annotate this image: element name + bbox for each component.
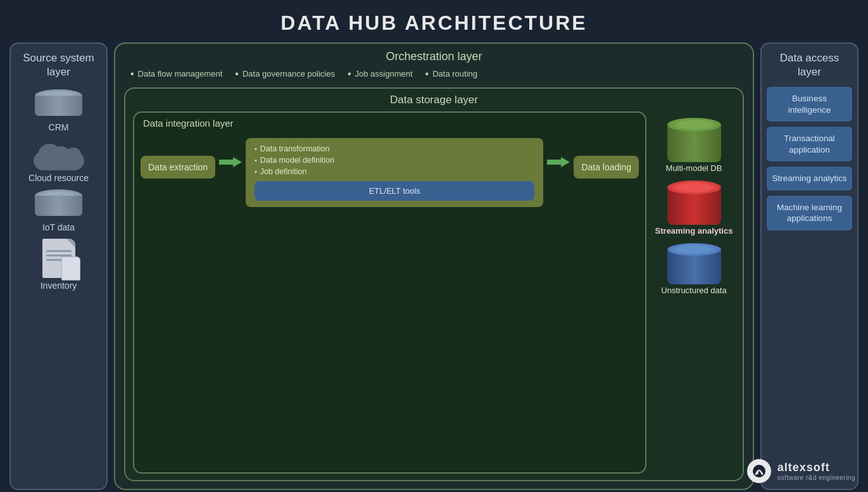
source-label: Inventory <box>41 281 77 291</box>
list-item: Inventory <box>41 239 77 291</box>
integration-item: • Data model definition <box>255 156 534 165</box>
data-extraction-box: Data extraction <box>141 156 215 179</box>
orch-item: • Data routing <box>425 68 477 81</box>
integration-layer: Data integration layer Data extraction <box>133 111 646 474</box>
integration-item: • Job definition <box>255 167 534 176</box>
loading-arrow <box>547 156 570 168</box>
db-label-red: Streaming analytics <box>655 226 733 236</box>
etl-box: ETL/ELT tools <box>255 181 534 201</box>
brand-name: altexsoft <box>777 461 855 474</box>
extraction-arrow <box>219 156 242 168</box>
integration-items-box: • Data transformation • Data model defin… <box>246 138 543 207</box>
orch-item: • Job assignment <box>348 68 413 81</box>
db-label: Unstructured data <box>661 286 726 295</box>
list-item: IoT data <box>35 189 82 232</box>
orchestration-layer: Orchestration layer • Data flow manageme… <box>114 42 754 490</box>
brand-logo <box>747 459 771 483</box>
access-item: Streaming analytics <box>767 167 852 191</box>
integration-item: • Data transformation <box>255 144 534 153</box>
source-label: IoT data <box>42 222 75 232</box>
orch-item: • Data flow management <box>130 68 222 81</box>
main-title: DATA HUB ARCHITECTURE <box>0 0 868 42</box>
svg-marker-1 <box>547 157 570 167</box>
access-layer: Data access layer Business intelligence … <box>760 42 859 490</box>
data-loading-box: Data loading <box>574 156 639 179</box>
branding: altexsoft software r&d engineering <box>747 459 855 483</box>
source-label: Cloud resource <box>28 173 89 183</box>
integration-title: Data integration layer <box>143 118 234 129</box>
svg-marker-0 <box>219 157 242 167</box>
storage-title: Data storage layer <box>133 94 735 106</box>
source-label: CRM <box>49 122 69 132</box>
access-item: Machine learning applications <box>767 196 852 230</box>
storage-layer: Data storage layer Data integration laye… <box>124 87 744 481</box>
source-system-layer: Source system layer CRM Cloud resource <box>9 42 108 490</box>
access-item: Business intelligence <box>767 87 852 122</box>
brand-subtitle: software r&d engineering <box>777 474 855 481</box>
access-title: Data access layer <box>767 51 852 79</box>
db-container: Streaming analytics <box>653 180 735 236</box>
orch-item: • Data governance policies <box>235 68 335 81</box>
list-item: CRM <box>35 89 82 132</box>
list-item: Cloud resource <box>28 139 89 183</box>
db-container: Multi-model DB <box>653 118 735 173</box>
db-label: Multi-model DB <box>666 163 722 173</box>
db-container: Unstructured data <box>653 243 735 295</box>
svg-point-3 <box>756 472 758 474</box>
source-layer-title: Source system layer <box>16 51 101 79</box>
orchestration-title: Orchestration layer <box>124 50 744 63</box>
access-item: Transactional application <box>767 127 852 161</box>
